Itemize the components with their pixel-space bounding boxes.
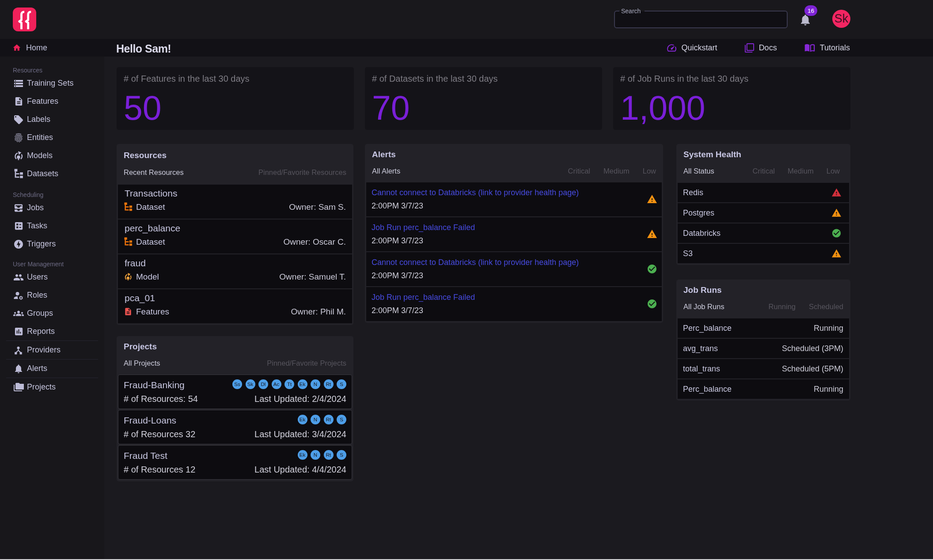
fingerprint-icon [13,132,24,143]
user-avatar[interactable]: Sk [832,10,850,28]
alert-message-link[interactable]: Job Run perc_balance Failed [372,293,475,302]
featureform-logo[interactable]: {{ [13,8,36,31]
alerts-card-title: Alerts [372,149,396,160]
sidebar-section-user-management: User Management [0,260,104,268]
sidebar-item-label: Users [27,272,48,282]
tab-all-projects[interactable]: All Projects [124,359,160,367]
stat-value: 70 [372,91,410,125]
quickstart-link[interactable]: Quickstart [666,42,717,53]
docs-link[interactable]: Docs [744,43,777,53]
job-run-row[interactable]: total_trans Scheduled (5PM) [678,359,849,378]
provider-name: Databricks [683,229,721,238]
tab-medium-status[interactable]: Medium [788,167,814,175]
tab-running[interactable]: Running [769,303,796,311]
tab-recent-resources[interactable]: Recent Resources [124,168,184,177]
project-name: Fraud-Loans [124,415,176,426]
model-training-icon [124,272,133,282]
alert-row[interactable]: Job Run perc_balance Failed 2:00PM 3/7/2… [366,217,662,251]
sidebar-item-models[interactable]: Models [0,147,104,165]
stat-card-datasets: # of Datasets in the last 30 days 70 [365,67,602,130]
stat-card-job-runs: # of Job Runs in the last 30 days 1,000 [613,67,850,130]
sidebar-item-reports[interactable]: Reports [0,322,104,341]
sidebar-item-groups[interactable]: Groups [0,304,104,322]
system-health-row[interactable]: Postgres [678,203,849,223]
sidebar-item-jobs[interactable]: Jobs [0,199,104,217]
sidebar-item-label: Features [27,97,58,106]
sidebar-item-triggers[interactable]: Triggers [0,235,104,253]
sidebar-item-entities[interactable]: Entities [0,129,104,147]
notifications-button[interactable]: 16 [798,12,814,28]
projects-card-title: Projects [124,341,157,352]
job-status: Running [814,324,843,333]
sidebar-item-alerts[interactable]: Alerts [0,359,104,378]
project-updated: Last Updated: 4/4/2024 [254,465,346,475]
sidebar-item-training-sets[interactable]: Training Sets [0,74,104,92]
folder-copy-icon [13,382,24,393]
search-label: Search [619,7,642,15]
tab-medium-alerts[interactable]: Medium [603,167,630,175]
speedometer-icon [666,42,677,53]
document-icon [13,96,24,107]
resource-type: Features [136,307,169,317]
tab-low-alerts[interactable]: Low [643,167,656,175]
member-avatar: Rt [324,450,334,460]
tab-critical-status[interactable]: Critical [753,167,775,175]
sidebar-item-labels[interactable]: Labels [0,110,104,129]
tab-all-job-runs[interactable]: All Job Runs [683,303,724,311]
resource-owner: Owner: Samuel T. [279,272,346,282]
resource-row[interactable]: Transactions Dataset Owner: Sam S. [118,185,352,219]
alert-row[interactable]: Cannot connect to Databricks (link to pr… [366,182,662,216]
sidebar-item-label: Entities [27,133,53,142]
warning-icon [647,229,657,239]
job-run-row[interactable]: Perc_balance Running [678,318,849,338]
tab-scheduled[interactable]: Scheduled [809,303,843,311]
resource-name: perc_balance [125,223,180,234]
system-health-row[interactable]: Redis [678,183,849,202]
sidebar-item-providers[interactable]: Providers [0,341,104,359]
tab-low-status[interactable]: Low [827,167,840,175]
project-row[interactable]: Fraud-Loans Ek N Rt S # of Resources 32 … [118,410,352,444]
alert-row[interactable]: Job Run perc_balance Failed 2:00PM 3/7/2… [366,287,662,321]
alert-message-link[interactable]: Cannot connect to Databricks (link to pr… [372,188,579,197]
system-health-card-title: System Health [683,149,741,160]
tab-all-status[interactable]: All Status [683,167,714,175]
system-health-row[interactable]: S3 [678,244,849,263]
tab-all-alerts[interactable]: All Alerts [372,167,400,175]
alert-row[interactable]: Cannot connect to Databricks (link to pr… [366,252,662,286]
sidebar: Resources Training Sets Features Labels [0,57,104,560]
job-status: Running [814,385,843,394]
member-avatar: N [311,450,320,460]
tab-critical-alerts[interactable]: Critical [568,167,590,175]
sidebar-item-users[interactable]: Users [0,268,104,286]
job-run-row[interactable]: Perc_balance Running [678,379,849,399]
alert-message-link[interactable]: Cannot connect to Databricks (link to pr… [372,258,579,267]
resource-row[interactable]: perc_balance Dataset Owner: Oscar C. [118,219,352,254]
project-row[interactable]: Fraud-Banking Ss Sk Dl Ac Tt Ek N Rt S [118,375,352,409]
tutorials-link[interactable]: Tutorials [804,42,850,53]
job-status: Scheduled (5PM) [782,364,843,374]
sidebar-item-tasks[interactable]: Tasks [0,217,104,235]
system-health-row[interactable]: Databricks [678,223,849,243]
tab-pinned-resources[interactable]: Pinned/Favorite Resources [258,168,346,177]
sidebar-item-roles[interactable]: Roles [0,286,104,304]
success-icon [647,264,657,274]
sidebar-item-datasets[interactable]: Datasets [0,165,104,183]
alert-message-link[interactable]: Job Run perc_balance Failed [372,223,475,232]
main-content: # of Features in the last 30 days 50 # o… [117,67,850,492]
resources-card-title: Resources [124,150,167,161]
sidebar-item-home[interactable]: Home [0,39,104,57]
resource-row[interactable]: fraud [118,254,352,288]
resource-type: Dataset [136,237,165,247]
warning-icon [831,249,842,259]
storage-icon [13,78,24,89]
tab-pinned-projects[interactable]: Pinned/Favorite Projects [267,359,346,367]
sidebar-item-features[interactable]: Features [0,92,104,110]
job-run-row[interactable]: avg_trans Scheduled (3PM) [678,339,849,358]
docs-label: Docs [759,43,777,53]
member-avatar: N [311,379,320,389]
resource-owner: Owner: Sam S. [289,202,346,212]
project-row[interactable]: Fraud Test Ek N Rt S # of Resources 12 L… [118,445,352,480]
critical-warning-icon [831,188,842,198]
sidebar-item-projects[interactable]: Projects [0,378,104,396]
resource-row[interactable]: pca_01 Features Owner: Phil M. [118,289,352,323]
